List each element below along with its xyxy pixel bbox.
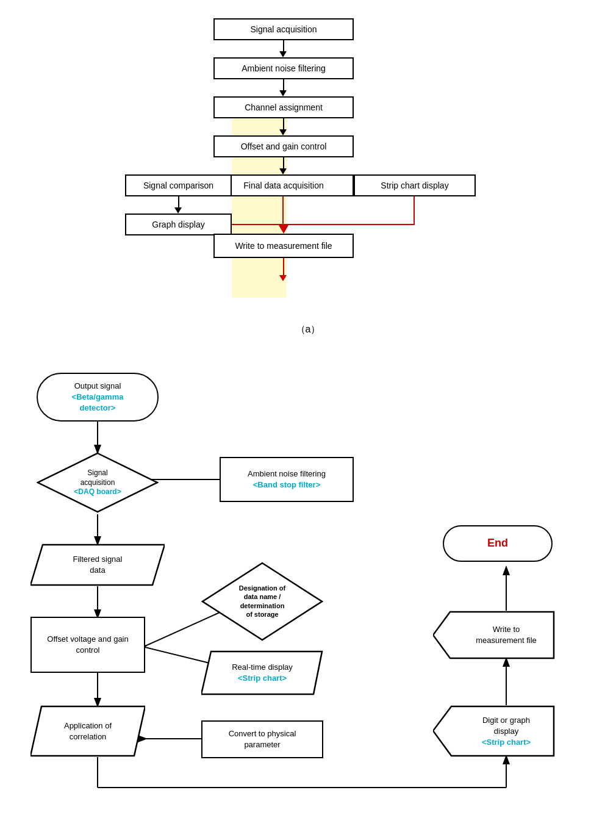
- node-filtered-signal: Filtered signal data: [30, 544, 165, 586]
- box-channel-assignment: Channel assignment: [213, 96, 354, 118]
- node-app-correlation: Application of correlation: [30, 705, 145, 757]
- write-meas-line1: Write to: [467, 624, 546, 635]
- node-ambient-noise: Ambient noise filtering <Band stop filte…: [220, 457, 354, 502]
- offset-line2: control: [47, 645, 128, 656]
- node-realtime-display: Real-time display <Strip chart>: [201, 650, 323, 695]
- node-digit-graph: Digit or graph display <Strip chart>: [433, 705, 555, 757]
- node-output-signal: Output signal <Beta/gamma detector>: [37, 373, 159, 422]
- filtered-line1: Filtered signal: [49, 554, 146, 565]
- offset-line1: Offset voltage and gain: [47, 634, 128, 645]
- box-strip-chart: Strip chart display: [354, 174, 476, 196]
- box-final-data: Final data acquisition: [213, 174, 354, 196]
- node-designation-diamond: Designation of data name / determination…: [201, 562, 323, 641]
- app-corr-line2: correlation: [45, 731, 131, 742]
- box-graph-display: Graph display: [125, 214, 232, 235]
- svg-marker-15: [202, 563, 322, 640]
- diagram-a-label: （a）: [12, 323, 604, 336]
- digit-line1: Digit or graph: [464, 714, 549, 725]
- diagram-a-inner: Signal acquisition Ambient noise filteri…: [119, 12, 497, 317]
- node-offset-voltage: Offset voltage and gain control: [30, 617, 145, 673]
- node-signal-acq-diamond: Signal acquisition <DAQ board>: [37, 452, 159, 513]
- diagram-b: Output signal <Beta/gamma detector> Sign…: [12, 361, 604, 840]
- write-meas-line2: measurement file: [467, 635, 546, 646]
- output-signal-line3: detector>: [72, 403, 124, 414]
- digit-line2: display: [464, 725, 549, 736]
- amb-noise-line1: Ambient noise filtering: [248, 468, 326, 479]
- node-convert-physical: Convert to physical parameter: [201, 720, 323, 758]
- output-signal-line1: Output signal: [72, 381, 124, 392]
- convert-line2: parameter: [229, 739, 296, 750]
- realtime-line2: <Strip chart>: [217, 673, 308, 684]
- node-end: End: [443, 525, 553, 562]
- amb-noise-line2: <Band stop filter>: [248, 479, 326, 490]
- digit-line3: <Strip chart>: [464, 737, 549, 748]
- filtered-line2: data: [49, 565, 146, 576]
- box-offset-gain: Offset and gain control: [213, 135, 354, 157]
- box-ambient-noise: Ambient noise filtering: [213, 57, 354, 79]
- box-signal-comparison: Signal comparison: [125, 174, 232, 196]
- diagram-b-inner: Output signal <Beta/gamma detector> Sign…: [12, 361, 610, 840]
- box-write-measurement: Write to measurement file: [213, 234, 354, 258]
- svg-marker-13: [38, 453, 157, 512]
- realtime-line1: Real-time display: [217, 662, 308, 673]
- node-write-meas: Write to measurement file: [433, 611, 555, 659]
- box-signal-acquisition: Signal acquisition: [213, 18, 354, 40]
- end-label: End: [487, 536, 508, 551]
- convert-line1: Convert to physical: [229, 728, 296, 739]
- diagram-a: Signal acquisition Ambient noise filteri…: [12, 12, 604, 336]
- output-signal-line2: <Beta/gamma: [72, 392, 124, 403]
- app-corr-line1: Application of: [45, 720, 131, 731]
